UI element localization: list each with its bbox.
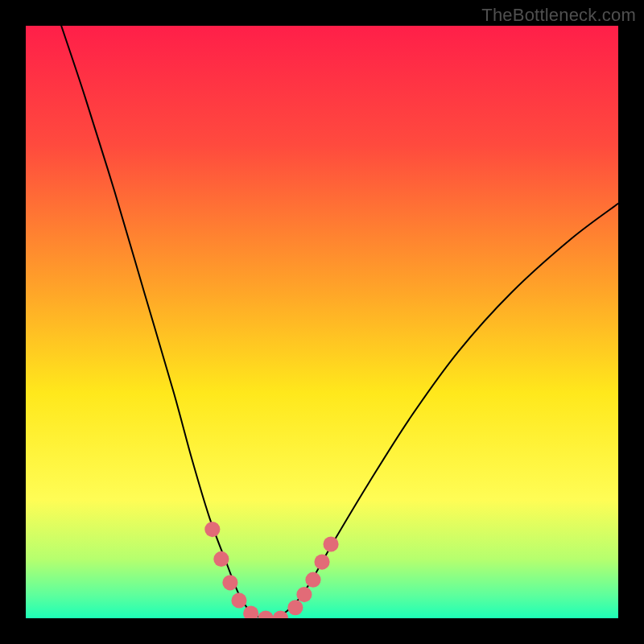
trough-marker	[296, 587, 312, 602]
chart-background	[26, 26, 618, 618]
trough-marker	[222, 575, 237, 590]
trough-marker	[213, 551, 229, 567]
bottleneck-chart	[26, 26, 618, 618]
trough-marker	[323, 536, 338, 551]
trough-marker	[314, 555, 329, 570]
trough-marker	[287, 600, 303, 615]
trough-marker	[231, 592, 246, 608]
chart-frame: TheBottleneck.com	[0, 0, 644, 644]
trough-marker	[305, 572, 320, 588]
trough-marker	[204, 522, 220, 537]
watermark-text: TheBottleneck.com	[481, 5, 636, 26]
